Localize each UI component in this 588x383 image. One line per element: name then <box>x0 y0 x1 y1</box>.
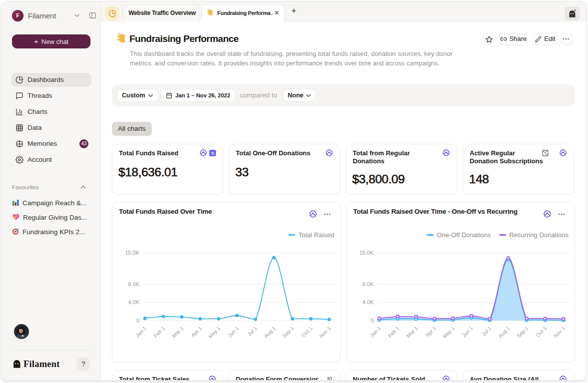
svg-text:Apr 1: Apr 1 <box>190 325 203 338</box>
svg-text:May 1: May 1 <box>441 325 456 340</box>
svg-text:Apr 1: Apr 1 <box>424 325 437 338</box>
svg-text:Mar 1: Mar 1 <box>171 325 185 339</box>
svg-text:0: 0 <box>371 318 374 324</box>
svg-text:Jul 1: Jul 1 <box>481 325 493 337</box>
svg-text:Oct 1: Oct 1 <box>535 325 548 338</box>
svg-text:Mar 1: Mar 1 <box>405 325 419 339</box>
svg-text:Jan 1: Jan 1 <box>369 325 382 339</box>
svg-text:4.0K: 4.0K <box>128 299 139 305</box>
svg-text:Aug 1: Aug 1 <box>263 325 277 339</box>
svg-text:Sep 1: Sep 1 <box>516 325 530 339</box>
svg-text:Jan 1: Jan 1 <box>134 325 148 339</box>
svg-text:Sep 1: Sep 1 <box>281 325 295 339</box>
svg-text:0: 0 <box>136 318 139 324</box>
svg-text:Jun 1: Jun 1 <box>226 325 240 339</box>
svg-text:Oct 1: Oct 1 <box>300 325 313 338</box>
svg-text:4.0K: 4.0K <box>362 299 374 305</box>
svg-text:8.0K: 8.0K <box>362 281 374 287</box>
svg-text:Jul 1: Jul 1 <box>246 325 258 337</box>
svg-text:15.0K: 15.0K <box>125 250 139 256</box>
svg-text:Jun 1: Jun 1 <box>461 325 474 339</box>
svg-text:Nov 1: Nov 1 <box>553 325 567 339</box>
svg-text:May 1: May 1 <box>207 325 221 340</box>
svg-text:Feb 1: Feb 1 <box>387 325 401 339</box>
svg-text:Feb 1: Feb 1 <box>152 325 166 339</box>
svg-text:15.0K: 15.0K <box>359 250 374 256</box>
svg-text:Aug 1: Aug 1 <box>497 325 511 339</box>
svg-text:Nov 1: Nov 1 <box>318 325 332 339</box>
svg-text:8.0K: 8.0K <box>128 281 139 287</box>
svg-text:S: S <box>211 151 214 156</box>
